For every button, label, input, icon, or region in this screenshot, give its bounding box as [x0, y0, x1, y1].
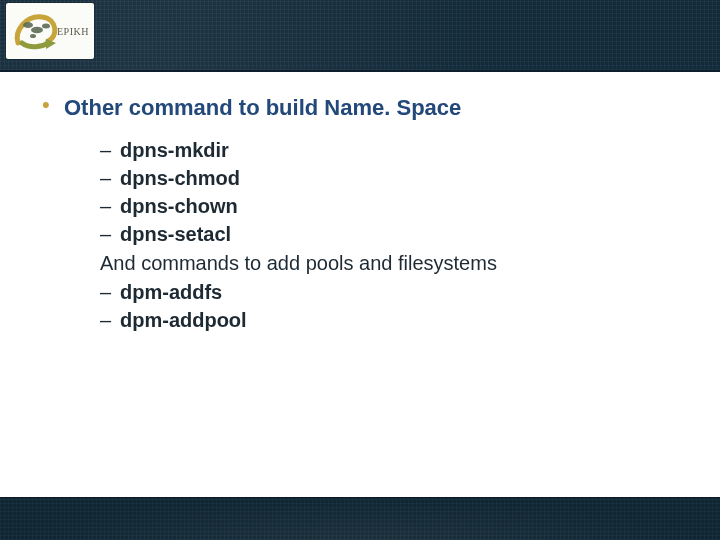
footer-band — [0, 497, 720, 540]
command-list: – dpns-mkdir – dpns-chmod – dpns-chown –… — [42, 132, 680, 334]
logo-label: EPIKH — [57, 26, 89, 37]
command-text: dpns-mkdir — [120, 136, 229, 164]
svg-point-2 — [31, 27, 43, 33]
dash-icon: – — [100, 164, 120, 192]
command-text: dpns-chmod — [120, 164, 240, 192]
list-item: – dpm-addpool — [100, 306, 680, 334]
bullet-icon: • — [42, 92, 64, 118]
svg-point-1 — [23, 22, 33, 28]
dash-icon: – — [100, 306, 120, 334]
dash-icon: – — [100, 136, 120, 164]
command-text: dpm-addfs — [120, 278, 222, 306]
list-item: – dpm-addfs — [100, 278, 680, 306]
list-item: – dpns-chmod — [100, 164, 680, 192]
slide: EPIKH • Other command to build Name. Spa… — [0, 0, 720, 540]
list-item: – dpns-chown — [100, 192, 680, 220]
heading-row: • Other command to build Name. Space — [42, 92, 680, 124]
dash-icon: – — [100, 220, 120, 248]
dash-icon: – — [100, 192, 120, 220]
svg-point-4 — [30, 34, 36, 38]
slide-content: • Other command to build Name. Space – d… — [42, 92, 680, 334]
heading-text: Other command to build Name. Space — [64, 92, 461, 124]
list-item: – dpns-setacl — [100, 220, 680, 248]
list-item: – dpns-mkdir — [100, 136, 680, 164]
command-text: dpns-chown — [120, 192, 238, 220]
note-text: And commands to add pools and filesystem… — [100, 248, 680, 278]
svg-point-3 — [42, 24, 50, 29]
command-text: dpm-addpool — [120, 306, 247, 334]
epikh-logo: EPIKH — [6, 3, 94, 59]
command-text: dpns-setacl — [120, 220, 231, 248]
header-band: EPIKH — [0, 0, 720, 72]
dash-icon: – — [100, 278, 120, 306]
